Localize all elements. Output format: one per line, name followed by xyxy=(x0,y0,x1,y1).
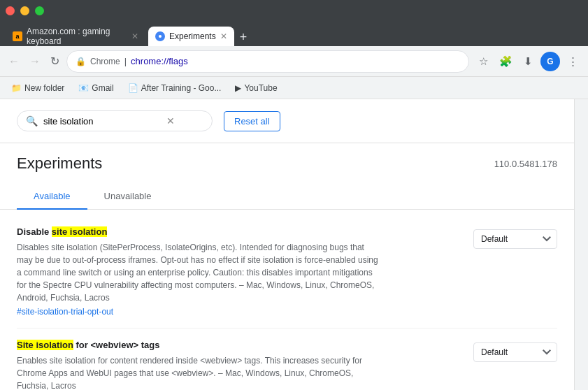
experiment-disable-title-prefix: Disable xyxy=(17,226,52,237)
experiment-webview-title-suffix: for <webview> tags xyxy=(73,340,160,350)
bookmark-new-folder[interactable]: 📁 New folder xyxy=(6,82,70,94)
lock-icon: 🔒 xyxy=(76,57,86,66)
extension-button[interactable]: 🧩 xyxy=(496,52,515,71)
close-window-button[interactable] xyxy=(6,6,15,15)
menu-button[interactable]: ⋮ xyxy=(563,52,582,71)
folder-icon: 📁 xyxy=(11,83,22,93)
tab-unavailable[interactable]: Unavailable xyxy=(87,184,168,210)
bookmark-button[interactable]: ☆ xyxy=(473,52,493,71)
window-controls xyxy=(6,6,44,15)
maximize-window-button[interactable] xyxy=(35,6,44,15)
bookmark-after-training-label: After Training - Goo... xyxy=(141,83,222,93)
bookmark-gmail-label: Gmail xyxy=(92,83,113,93)
main-area: 🔍 ✕ Reset all 110.0.5481.178 Experiments… xyxy=(0,99,574,390)
chrome-favicon xyxy=(155,31,165,41)
experiment-webview-title: Site isolation for <webview> tags xyxy=(17,340,462,350)
tabs-nav: Available Unavailable xyxy=(0,184,574,210)
experiments-list: Disable site isolation Disables site iso… xyxy=(0,210,574,390)
forward-button[interactable]: → xyxy=(27,52,43,71)
experiment-webview-select[interactable]: Default Enabled Disabled xyxy=(473,342,557,362)
url-text: chrome://flags xyxy=(131,56,188,66)
bookmark-after-training[interactable]: 📄 After Training - Goo... xyxy=(122,82,227,94)
youtube-icon: ▶ xyxy=(235,83,241,93)
tab-experiments[interactable]: Experiments ✕ xyxy=(148,27,234,46)
experiment-disable-title-highlight: site isolation xyxy=(52,226,107,237)
svg-point-1 xyxy=(159,35,162,38)
experiment-webview-row: Site isolation for <webview> tags Enable… xyxy=(17,340,557,390)
experiment-webview-text: Site isolation for <webview> tags Enable… xyxy=(17,340,462,390)
tab-bar: a Amazon.com : gaming keyboard ✕ Experim… xyxy=(0,21,588,46)
experiment-webview-isolation: Site isolation for <webview> tags Enable… xyxy=(17,328,557,390)
experiment-disable-desc: Disables site isolation (SitePerProcess,… xyxy=(17,241,380,304)
experiment-disable-title: Disable site isolation xyxy=(17,226,462,237)
tab-amazon-label: Amazon.com : gaming keyboard xyxy=(27,27,127,46)
title-bar xyxy=(0,0,588,21)
clear-search-button[interactable]: ✕ xyxy=(166,115,175,127)
experiment-disable-select-wrap: Default Enabled Disabled xyxy=(473,229,557,249)
experiment-disable-site-isolation: Disable site isolation Disables site iso… xyxy=(17,215,557,328)
scrollbar-track[interactable] xyxy=(574,99,588,390)
tab-experiments-label: Experiments xyxy=(169,31,216,41)
search-icon: 🔍 xyxy=(26,115,38,127)
minimize-window-button[interactable] xyxy=(20,6,29,15)
tab-amazon[interactable]: a Amazon.com : gaming keyboard ✕ xyxy=(6,27,145,46)
nav-actions: ☆ 🧩 ⬇ G ⋮ xyxy=(473,52,582,71)
address-bar[interactable]: 🔒 Chrome | chrome://flags xyxy=(66,50,469,73)
download-button[interactable]: ⬇ xyxy=(518,52,538,71)
nav-bar: ← → ↻ 🔒 Chrome | chrome://flags ☆ 🧩 ⬇ G … xyxy=(0,46,588,77)
bookmark-gmail[interactable]: 📧 Gmail xyxy=(73,82,119,94)
gmail-icon: 📧 xyxy=(78,83,89,93)
experiment-disable-row: Disable site isolation Disables site iso… xyxy=(17,226,557,317)
bookmarks-bar: 📁 New folder 📧 Gmail 📄 After Training - … xyxy=(0,77,588,99)
tab-available[interactable]: Available xyxy=(17,184,87,210)
experiment-webview-select-wrap: Default Enabled Disabled xyxy=(473,342,557,362)
amazon-favicon: a xyxy=(13,31,22,41)
experiment-webview-desc: Enables site isolation for content rende… xyxy=(17,354,380,390)
back-button[interactable]: ← xyxy=(6,52,22,71)
profile-button[interactable]: G xyxy=(540,52,560,71)
bookmark-youtube[interactable]: ▶ YouTube xyxy=(229,82,282,94)
bookmark-youtube-label: YouTube xyxy=(244,83,277,93)
page-header: 110.0.5481.178 Experiments xyxy=(0,143,574,178)
address-separator: | xyxy=(124,56,127,66)
experiment-webview-title-highlight: Site isolation xyxy=(17,340,73,350)
page-title: Experiments xyxy=(17,154,557,173)
tab-experiments-close[interactable]: ✕ xyxy=(220,31,227,41)
experiment-disable-select[interactable]: Default Enabled Disabled xyxy=(473,229,557,249)
experiment-disable-link[interactable]: #site-isolation-trial-opt-out xyxy=(17,307,462,317)
reload-button[interactable]: ↻ xyxy=(48,52,62,71)
experiment-disable-text: Disable site isolation Disables site iso… xyxy=(17,226,462,317)
tab-amazon-close[interactable]: ✕ xyxy=(131,31,138,41)
search-input-wrap: 🔍 ✕ xyxy=(17,110,213,131)
after-training-icon: 📄 xyxy=(128,83,138,93)
search-bar-area: 🔍 ✕ Reset all xyxy=(0,99,574,143)
version-text: 110.0.5481.178 xyxy=(494,159,557,169)
page-content: 🔍 ✕ Reset all 110.0.5481.178 Experiments… xyxy=(0,99,588,390)
reset-all-button[interactable]: Reset all xyxy=(224,111,280,131)
new-tab-button[interactable]: + xyxy=(237,30,250,45)
search-input[interactable] xyxy=(43,116,161,127)
bookmark-new-folder-label: New folder xyxy=(24,83,64,93)
chrome-label: Chrome xyxy=(90,57,120,66)
